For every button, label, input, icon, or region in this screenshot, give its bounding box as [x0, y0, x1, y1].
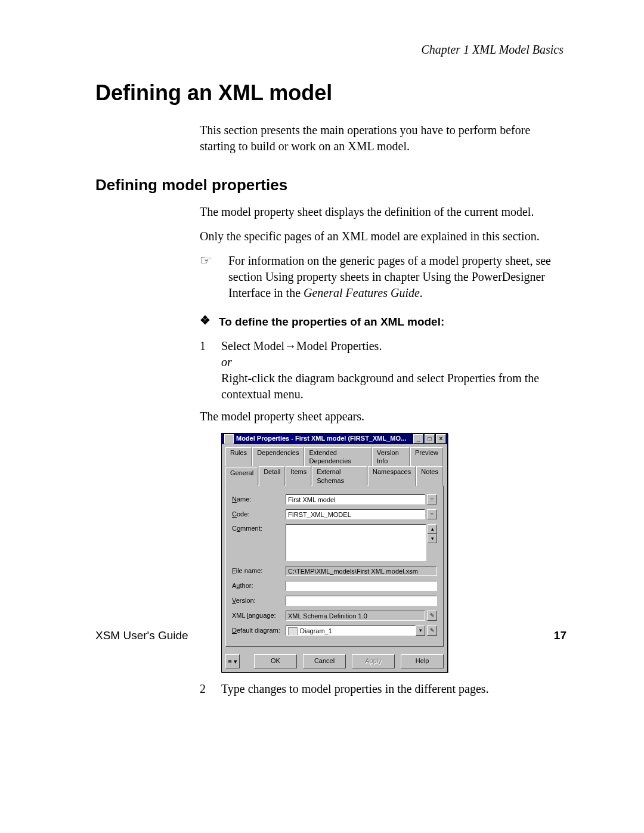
filename-label: File name: [232, 566, 286, 575]
diamond-bullet-icon: ❖ [200, 314, 212, 330]
chapter-header: Chapter 1 XML Model Basics [95, 43, 566, 57]
name-equals-button[interactable]: = [427, 494, 437, 504]
tab-dependencies[interactable]: Dependencies [252, 447, 304, 467]
tab-panel-general: Name: First XML model = Code: FIRST_XML_… [225, 485, 444, 647]
name-label: Name: [232, 495, 286, 504]
app-icon [224, 434, 234, 444]
page-number: 17 [554, 629, 566, 642]
cross-reference: ☞ For information on the generic pages o… [200, 253, 566, 301]
maximize-button[interactable]: □ [425, 434, 435, 444]
apply-button[interactable]: Apply [352, 654, 395, 668]
dialog-menu-button[interactable]: ≡ ▾ [225, 654, 240, 668]
comment-textarea[interactable] [286, 524, 426, 561]
xmllang-label: XML language: [232, 611, 286, 620]
scroll-down-button[interactable]: ▾ [428, 534, 437, 543]
cancel-button[interactable]: Cancel [303, 654, 346, 668]
tab-rules[interactable]: Rules [225, 447, 252, 467]
author-input[interactable] [286, 581, 437, 591]
tab-external-schemas[interactable]: External Schemas [312, 466, 367, 486]
code-equals-button[interactable]: = [427, 509, 437, 519]
intro-paragraph: This section presents the main operation… [200, 122, 566, 154]
tab-row-back: Rules Dependencies Extended Dependencies… [225, 447, 444, 466]
version-label: Version: [232, 596, 286, 605]
step-text: Select Model→Model Properties. [221, 338, 566, 354]
scroll-up-button[interactable]: ▴ [428, 524, 437, 534]
tab-namespaces[interactable]: Namespaces [368, 466, 416, 486]
tab-notes[interactable]: Notes [416, 466, 443, 486]
tab-row-front: General Detail Items External Schemas Na… [225, 466, 444, 485]
tab-version-info[interactable]: Version Info [372, 447, 410, 467]
step-text: Type changes to model properties in the … [221, 681, 566, 697]
section-heading: Defining model properties [95, 176, 566, 194]
dialog-titlebar[interactable]: Model Properties - First XML model (FIRS… [222, 433, 447, 444]
procedure-heading-text: To define the properties of an XML model… [219, 314, 444, 330]
tab-detail[interactable]: Detail [259, 466, 285, 486]
tab-items[interactable]: Items [286, 466, 311, 486]
step-result: The model property sheet appears. [200, 408, 566, 425]
xmllang-input: XML Schema Definition 1.0 [286, 611, 425, 621]
tab-general[interactable]: General [225, 467, 258, 487]
tab-extended-dependencies[interactable]: Extended Dependencies [304, 447, 371, 467]
paragraph: The model property sheet displays the de… [200, 204, 566, 220]
filename-input: C:\TEMP\XML_models\First XML model.xsm [286, 566, 437, 576]
name-input[interactable]: First XML model [286, 494, 425, 504]
page-title: Defining an XML model [95, 80, 566, 106]
procedure-heading: ❖ To define the properties of an XML mod… [200, 314, 566, 330]
close-button[interactable]: × [436, 434, 446, 444]
dialog-title: Model Properties - First XML model (FIRS… [236, 434, 412, 443]
paragraph: Only the specific pages of an XML model … [200, 228, 566, 244]
code-input[interactable]: FIRST_XML_MODEL [286, 509, 425, 519]
xmllang-properties-button[interactable]: ✎ [427, 611, 437, 621]
comment-label: Comment: [232, 524, 286, 533]
ok-button[interactable]: OK [254, 654, 297, 668]
step-text: Right-click the diagram background and s… [221, 370, 566, 402]
step-number: 1 [200, 338, 210, 402]
step-1: 1 Select Model→Model Properties. or Righ… [200, 338, 566, 402]
glasses-icon: ☞ [200, 253, 221, 301]
author-label: Author: [232, 581, 286, 590]
tab-preview[interactable]: Preview [410, 447, 443, 467]
cross-reference-text: For information on the generic pages of … [228, 253, 566, 301]
code-label: Code: [232, 510, 286, 519]
step-or: or [221, 354, 566, 370]
version-input[interactable] [286, 596, 437, 606]
minimize-button[interactable]: _ [413, 434, 423, 444]
footer-guide-name: XSM User's Guide [95, 629, 188, 642]
step-number: 2 [200, 681, 210, 697]
help-button[interactable]: Help [401, 654, 444, 668]
step-2: 2 Type changes to model properties in th… [200, 681, 566, 697]
